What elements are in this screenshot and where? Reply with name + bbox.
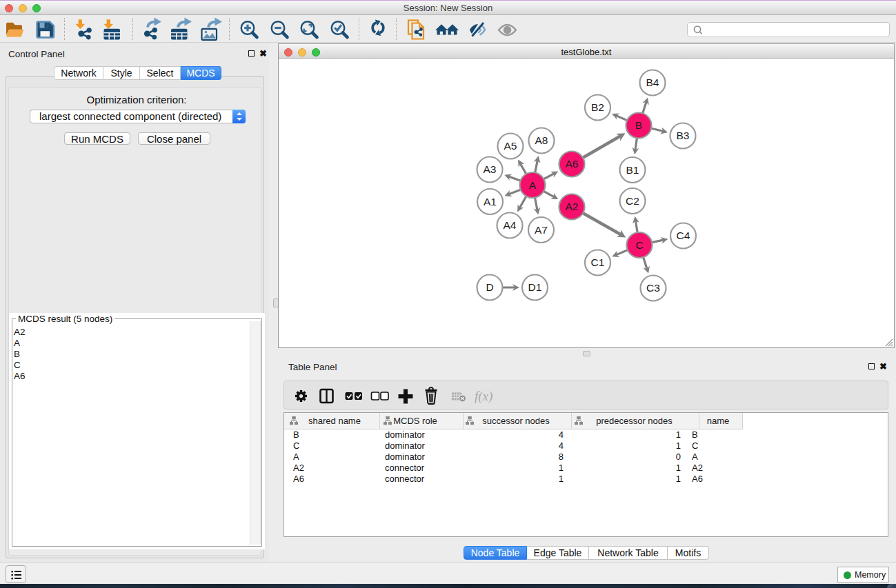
svg-text:B2: B2 xyxy=(591,101,604,113)
svg-text:B3: B3 xyxy=(677,130,690,141)
svg-text:B4: B4 xyxy=(646,77,659,88)
svg-text:B1: B1 xyxy=(626,164,639,176)
svg-text:f(x): f(x) xyxy=(475,389,492,404)
svg-text:A5: A5 xyxy=(504,140,517,152)
svg-text:A6: A6 xyxy=(566,158,579,170)
svg-text:C: C xyxy=(635,239,643,251)
svg-text:C1: C1 xyxy=(591,256,605,268)
svg-text:D1: D1 xyxy=(528,281,542,293)
svg-text:C2: C2 xyxy=(626,195,639,207)
svg-text:D: D xyxy=(486,281,493,293)
svg-text:A2: A2 xyxy=(566,201,579,212)
svg-text:A3: A3 xyxy=(484,163,497,175)
svg-text:A8: A8 xyxy=(535,134,548,146)
svg-text:A1: A1 xyxy=(484,196,497,207)
svg-text:C3: C3 xyxy=(646,282,660,294)
svg-text:B: B xyxy=(635,119,642,131)
svg-text:A4: A4 xyxy=(504,219,517,231)
svg-text:C4: C4 xyxy=(677,230,690,241)
svg-text:A7: A7 xyxy=(535,224,548,236)
svg-text:A: A xyxy=(529,179,537,191)
